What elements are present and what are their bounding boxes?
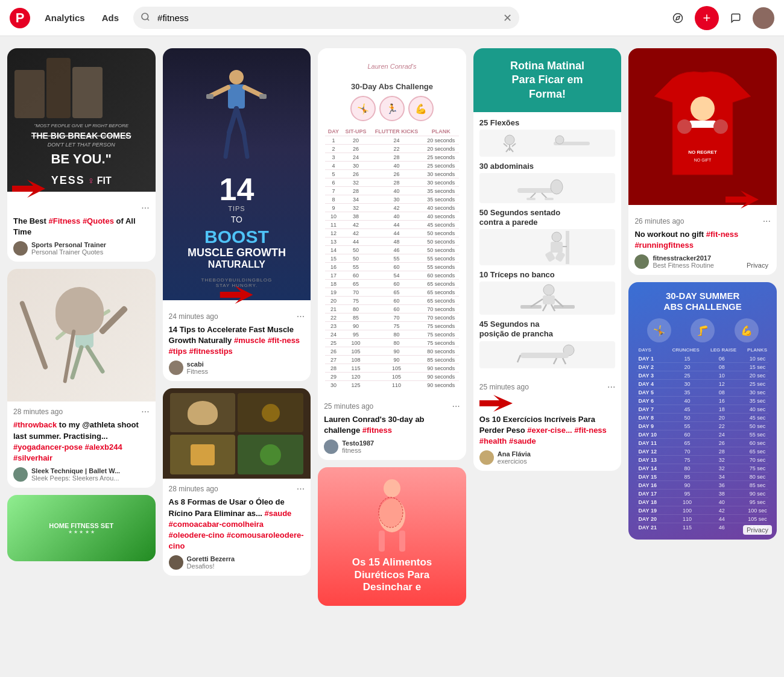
pin-user-info-1: Sports Personal Trainer Personal Trainer… [31, 241, 106, 256]
nav-ads[interactable]: Ads [95, 8, 126, 28]
svg-line-57 [517, 355, 520, 362]
svg-rect-56 [520, 353, 569, 358]
summer-col-days: DAYS [638, 347, 661, 353]
pin-meta-2: 28 minutes ago ··· [13, 406, 150, 417]
exercise-abdominais: 30 abdominais [479, 162, 616, 203]
pin-body-abs: 25 minutes ago ··· Lauren Conrad's 30-da… [318, 396, 466, 460]
pin-image-alimentos: Os 15 AlimentosDiuréticos ParaDesinchar … [318, 467, 466, 605]
svg-point-11 [229, 70, 244, 84]
rotina-title: Rotina MatinalPara Ficar emForma! [484, 59, 611, 101]
pin-image-fitness-quote: "MOST PEOPLE GIVE UP RIGHT BEFORE THE BI… [7, 48, 156, 192]
pin-username-9[interactable]: fitnesstracker2017 [653, 254, 714, 262]
header-actions: + [666, 6, 774, 30]
pin-usersub-6: fitness [342, 447, 374, 454]
pin-image-rotina-header: Rotina MatinalPara Ficar emForma! [473, 48, 622, 112]
exercise-flexoes-img [479, 130, 616, 157]
exercise-parede: 50 Segundos sentadocontra a parede [479, 208, 616, 265]
main-nav: Analytics Ads [37, 8, 126, 28]
pin-user-8: Ana Flávia exercicios [479, 450, 616, 465]
svg-rect-41 [566, 231, 569, 264]
pin-title-4: 14 Tips to Accelerate Fast Muscle Growth… [169, 324, 305, 357]
pin-time-6: 25 minutes ago [324, 402, 373, 411]
abs-col-situps: SIT-UPS [342, 127, 370, 136]
pin-usersub-8: exercicios [498, 458, 531, 465]
abs-icon-flutter: 🏃 [379, 96, 405, 121]
alimentos-title: Os 15 AlimentosDiuréticos ParaDesinchar … [327, 556, 457, 593]
pin-more-2[interactable]: ··· [141, 406, 149, 417]
pin-more-6[interactable]: ··· [452, 401, 460, 412]
svg-line-19 [226, 133, 229, 157]
pin-user-1: Sports Personal Trainer Personal Trainer… [13, 241, 150, 256]
svg-point-49 [543, 285, 554, 295]
pin-more-9[interactable]: ··· [763, 216, 771, 227]
pin-card-ballet: 28 minutes ago ··· #throwback to my @ath… [7, 269, 156, 488]
user-avatar[interactable] [753, 7, 774, 29]
pin-avatar-1 [13, 241, 28, 256]
pin-image-summer-abs: 30-DAY SUMMERABS CHALLENGE 🤸 🦵 💪 DAYS CR… [628, 282, 777, 540]
svg-rect-63 [689, 121, 716, 128]
pin-username-5[interactable]: Goretti Bezerra [187, 555, 235, 562]
pin-avatar-9 [634, 254, 649, 269]
pin-username-8[interactable]: Ana Flávia [498, 450, 531, 458]
pin-image-abs: Lauren Conrad's 30-Day Abs Challenge 🤸 🏃… [318, 48, 466, 396]
pin-usersub-4: Fitness [187, 368, 208, 375]
pin-user-info-2: Sleek Technique | Ballet W... Sleek Peep… [31, 467, 120, 482]
create-button[interactable]: + [695, 6, 719, 30]
explore-button[interactable] [666, 6, 690, 30]
exercise-flexoes: 25 Flexões [479, 118, 616, 157]
pin-user-info-5: Goretti Bezerra Desafios! [187, 555, 235, 570]
svg-point-61 [691, 96, 715, 121]
summer-icon-planks: 💪 [735, 318, 759, 342]
pin-usersub-2: Sleek Peeps: Sleekers Arou... [31, 474, 120, 482]
pin-card-abs: Lauren Conrad's 30-Day Abs Challenge 🤸 🏃… [318, 48, 466, 460]
exercise-prancha-img [479, 341, 616, 368]
summer-col-legraise: LEG RAISE [710, 347, 736, 353]
pin-avatar-2 [13, 467, 28, 482]
svg-rect-25 [399, 531, 405, 552]
svg-text:NO GIFT: NO GIFT [694, 158, 712, 162]
pin-more-4[interactable]: ··· [297, 311, 305, 322]
search-clear-button[interactable]: ✕ [503, 11, 512, 25]
muscle-to: TO [172, 215, 302, 224]
home-fitness-label: HOME FITNESS SET [49, 522, 113, 529]
pin-image-castor [163, 388, 311, 479]
exercise-prancha-title: 45 Segundos naposição de prancha [479, 320, 616, 338]
nav-analytics[interactable]: Analytics [37, 8, 92, 28]
pin-user-info-9: fitnesstracker2017 Best Fitness Routine [653, 254, 714, 269]
pin-more-5[interactable]: ··· [297, 483, 305, 494]
pin-username-1[interactable]: Sports Personal Trainer [31, 241, 106, 248]
svg-rect-48 [554, 305, 575, 309]
pin-image-ballet [7, 269, 156, 401]
svg-point-2 [674, 13, 683, 22]
pin-meta-9: 26 minutes ago ··· [634, 216, 771, 227]
pin-username-6[interactable]: Testo1987 [342, 439, 374, 447]
svg-point-22 [384, 479, 400, 497]
search-icon [141, 12, 150, 24]
muscle-naturally: NATURALLY [172, 259, 302, 270]
exercise-triceps-img [479, 282, 616, 315]
red-arrow-1 [12, 180, 45, 198]
pin-user-2: Sleek Technique | Ballet W... Sleek Peep… [13, 467, 150, 482]
abs-table: DAY SIT-UPS FLUTTER KICKS PLANK 1202420 … [325, 127, 459, 389]
pin-body-muscle: 24 minutes ago ··· 14 Tips to Accelerate… [163, 300, 311, 382]
summer-abs-title: 30-DAY SUMMERABS CHALLENGE [637, 291, 768, 312]
pin-more-8[interactable]: ··· [607, 382, 615, 392]
pin-more-1[interactable]: ··· [141, 203, 149, 213]
pin-title-5: As 8 Formas de Usar o Óleo de Rícino Par… [169, 497, 305, 552]
svg-rect-15 [206, 94, 213, 99]
pin-body-rotina: 25 minutes ago ··· Os 10 Exercícios Incr… [473, 377, 622, 471]
abs-col-day: DAY [325, 127, 342, 136]
pin-user-info-6: Testo1987 fitness [342, 439, 374, 454]
search-input[interactable] [133, 7, 519, 29]
abs-col-plank: PLANK [423, 127, 459, 136]
pinterest-logo[interactable]: P [10, 8, 30, 28]
pin-title-1: The Best #Fitness #Quotes of All Time [13, 216, 150, 238]
pin-time-9: 26 minutes ago [634, 217, 684, 225]
svg-rect-40 [545, 198, 554, 200]
privacy-badge-summer: Privacy [743, 525, 772, 535]
summer-abs-icons: 🤸 🦵 💪 [637, 318, 768, 342]
pin-card-castor: 28 minutes ago ··· As 8 Formas de Usar o… [163, 388, 311, 576]
messages-button[interactable] [724, 6, 748, 30]
pin-username-4[interactable]: scabi [187, 361, 208, 368]
pin-username-2[interactable]: Sleek Technique | Ballet W... [31, 467, 120, 474]
